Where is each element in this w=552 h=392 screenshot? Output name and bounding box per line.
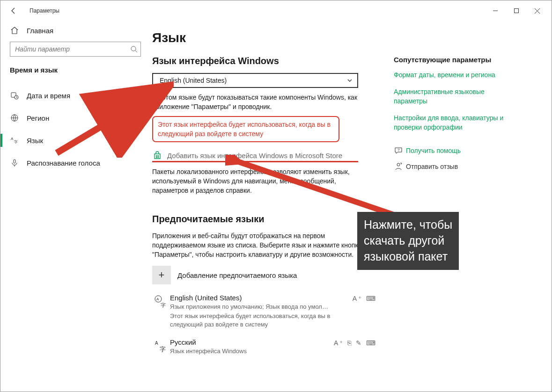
- related-heading: Сопутствующие параметры: [394, 56, 530, 64]
- display-language-value: English (United States): [160, 77, 227, 84]
- sidebar-item-label: Распознавание голоса: [27, 159, 100, 167]
- svg-point-2: [131, 46, 136, 51]
- store-icon: [152, 151, 162, 160]
- related-link-input-spell[interactable]: Настройки для ввода, клавиатуры и провер…: [394, 113, 506, 132]
- preferred-languages-description: Приложения и веб-сайты будут отображатьс…: [152, 231, 368, 259]
- display-language-heading: Язык интерфейса Windows: [152, 56, 377, 66]
- annotation-callout: Нажмите, чтобы скачать другой языковой п…: [357, 212, 459, 270]
- language-name: English (United States): [170, 294, 353, 302]
- svg-text:字: 字: [160, 346, 166, 353]
- svg-line-3: [135, 51, 137, 52]
- svg-text:字: 字: [161, 302, 166, 308]
- language-item-russian[interactable]: A字 Русский Язык интерфейса Windows A⁺ ⎘ …: [152, 338, 377, 356]
- svg-rect-9: [14, 160, 15, 163]
- give-feedback[interactable]: Отправить отзыв: [394, 162, 530, 171]
- display-language-dropdown[interactable]: English (United States): [152, 73, 358, 88]
- language-glyph-icon: A字: [152, 294, 170, 329]
- language-feature-badges: A⁺ ⎘ ✎ ⌨: [334, 338, 377, 356]
- plus-icon: +: [152, 266, 171, 284]
- help-chat-icon: ?: [394, 146, 406, 155]
- language-feature-badges: A⁺ ⌨: [353, 294, 377, 329]
- close-button[interactable]: [527, 4, 548, 18]
- svg-text:A: A: [156, 297, 159, 301]
- calendar-clock-icon: [10, 91, 19, 100]
- sidebar-item-region[interactable]: Регион: [4, 109, 147, 127]
- maximize-button[interactable]: [506, 4, 527, 18]
- sidebar-item-datetime[interactable]: Дата и время: [4, 86, 147, 105]
- sidebar-home-label: Главная: [27, 27, 53, 35]
- search-input[interactable]: [15, 45, 130, 53]
- home-icon: [10, 26, 19, 35]
- sidebar-home[interactable]: Главная: [4, 21, 147, 40]
- svg-rect-10: [156, 155, 157, 157]
- sidebar-item-language[interactable]: A字 Язык: [4, 131, 147, 150]
- chevron-down-icon: [347, 78, 353, 83]
- language-note: Этот язык интерфейса будет использоватьс…: [170, 312, 348, 329]
- feedback-label: Отправить отзыв: [406, 163, 458, 170]
- feedback-icon: [394, 162, 406, 171]
- sidebar-item-label: Дата и время: [27, 92, 70, 100]
- related-link-date-format[interactable]: Формат даты, времени и региона: [394, 70, 506, 80]
- language-subtext: Язык приложения по умолчанию; Язык ввода…: [170, 303, 348, 311]
- sign-in-notice: Этот язык интерфейса будет использоватьс…: [152, 116, 339, 142]
- sidebar-item-speech[interactable]: Распознавание голоса: [4, 153, 147, 172]
- display-language-description: На этом языке будут показываться такие к…: [152, 93, 368, 111]
- svg-text:A: A: [11, 137, 14, 141]
- preferred-languages-heading: Предпочитаемые языки: [152, 214, 377, 225]
- store-description: Пакеты локализованного интерфейса позвол…: [152, 167, 368, 195]
- svg-text:字: 字: [14, 140, 18, 144]
- sidebar-category: Время и язык: [4, 61, 147, 83]
- related-link-admin-lang[interactable]: Административные языковые параметры: [394, 87, 506, 106]
- add-preferred-language[interactable]: + Добавление предпочитаемого языка: [152, 266, 377, 284]
- language-name: Русский: [170, 338, 334, 346]
- search-input-wrap[interactable]: [10, 42, 141, 57]
- language-glyph-icon: A字: [152, 338, 170, 356]
- minimize-button[interactable]: [485, 4, 506, 18]
- related-settings: Сопутствующие параметры Формат даты, вре…: [394, 21, 530, 392]
- microphone-icon: [10, 159, 19, 167]
- back-button[interactable]: [7, 4, 20, 17]
- window-title: Параметры: [29, 7, 59, 14]
- svg-point-20: [397, 163, 400, 166]
- page-title: Язык: [152, 30, 377, 45]
- sidebar-item-label: Регион: [27, 114, 49, 122]
- language-item-english[interactable]: A字 English (United States) Язык приложен…: [152, 294, 377, 329]
- annotation-underline: [152, 161, 358, 162]
- svg-rect-12: [156, 157, 157, 158]
- svg-text:?: ?: [397, 148, 400, 152]
- search-icon: [130, 45, 138, 53]
- language-icon: A字: [10, 136, 19, 145]
- language-subtext: Язык интерфейса Windows: [170, 347, 334, 356]
- globe-icon: [10, 114, 19, 122]
- add-display-language-store-link[interactable]: Добавить язык интерфейса Windows в Micro…: [167, 152, 342, 160]
- svg-text:A: A: [155, 341, 158, 346]
- get-help-label: Получить помощь: [406, 147, 461, 154]
- svg-rect-13: [158, 157, 159, 158]
- get-help[interactable]: ? Получить помощь: [394, 146, 530, 155]
- sidebar: Главная Время и язык Дата и время: [0, 21, 150, 392]
- add-preferred-language-label: Добавление предпочитаемого языка: [177, 271, 297, 279]
- svg-rect-11: [158, 155, 159, 157]
- sidebar-item-label: Язык: [27, 137, 43, 145]
- main-content: Язык Язык интерфейса Windows English (Un…: [150, 21, 394, 392]
- svg-rect-1: [514, 9, 518, 13]
- annotation-callout-text: Нажмите, чтобы скачать другой языковой п…: [364, 218, 452, 263]
